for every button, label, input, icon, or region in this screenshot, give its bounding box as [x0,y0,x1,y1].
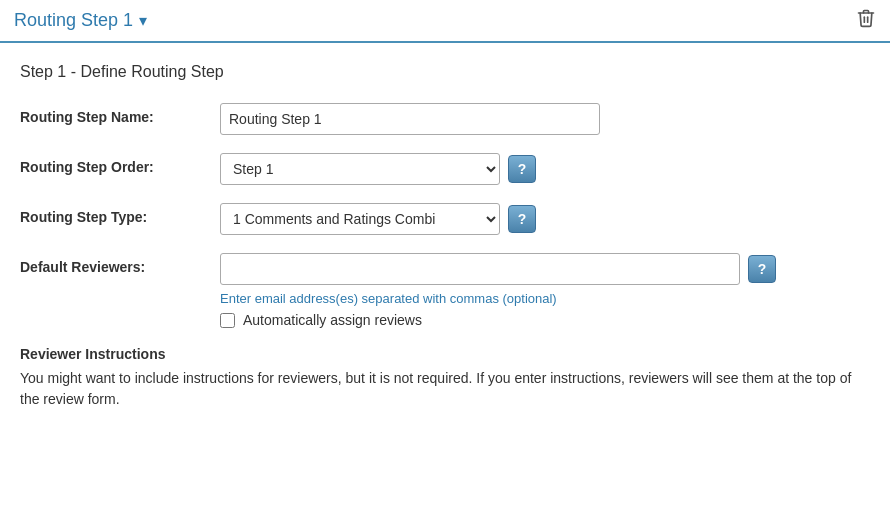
main-content: Step 1 - Define Routing Step Routing Ste… [0,43,890,430]
type-help-button[interactable]: ? [508,205,536,233]
default-reviewers-input[interactable] [220,253,740,285]
section-title: Step 1 - Define Routing Step [20,63,870,81]
routing-step-name-row: Routing Step Name: [20,103,870,135]
reviewers-help-button[interactable]: ? [748,255,776,283]
header-bar: Routing Step 1 ▾ [0,0,890,43]
routing-step-name-control [220,103,870,135]
auto-assign-checkbox[interactable] [220,313,235,328]
routing-step-order-select[interactable]: Step 1 Step 2 Step 3 [220,153,500,185]
routing-step-type-select[interactable]: 1 Comments and Ratings Combi 2 Comments … [220,203,500,235]
trash-icon[interactable] [856,8,876,33]
reviewers-input-row: ? [220,253,776,285]
default-reviewers-row: Default Reviewers: ? Enter email address… [20,253,870,328]
routing-step-type-label: Routing Step Type: [20,203,220,225]
reviewer-instructions-text: You might want to include instructions f… [20,368,870,410]
routing-step-name-label: Routing Step Name: [20,103,220,125]
routing-step-type-control: 1 Comments and Ratings Combi 2 Comments … [220,203,870,235]
auto-assign-row: Automatically assign reviews [220,312,776,328]
header-title: Routing Step 1 [14,10,133,31]
order-help-button[interactable]: ? [508,155,536,183]
routing-step-order-row: Routing Step Order: Step 1 Step 2 Step 3… [20,153,870,185]
header-left: Routing Step 1 ▾ [14,10,147,31]
routing-step-order-label: Routing Step Order: [20,153,220,175]
reviewer-instructions-section: Reviewer Instructions You might want to … [20,346,870,410]
chevron-down-icon[interactable]: ▾ [139,11,147,30]
routing-step-name-input[interactable] [220,103,600,135]
routing-step-order-control: Step 1 Step 2 Step 3 ? [220,153,870,185]
routing-step-type-row: Routing Step Type: 1 Comments and Rating… [20,203,870,235]
default-reviewers-control: ? Enter email address(es) separated with… [220,253,870,328]
reviewers-hint: Enter email address(es) separated with c… [220,291,776,306]
reviewers-wrapper: ? Enter email address(es) separated with… [220,253,776,328]
default-reviewers-label: Default Reviewers: [20,253,220,275]
reviewer-instructions-title: Reviewer Instructions [20,346,870,362]
auto-assign-label[interactable]: Automatically assign reviews [243,312,422,328]
